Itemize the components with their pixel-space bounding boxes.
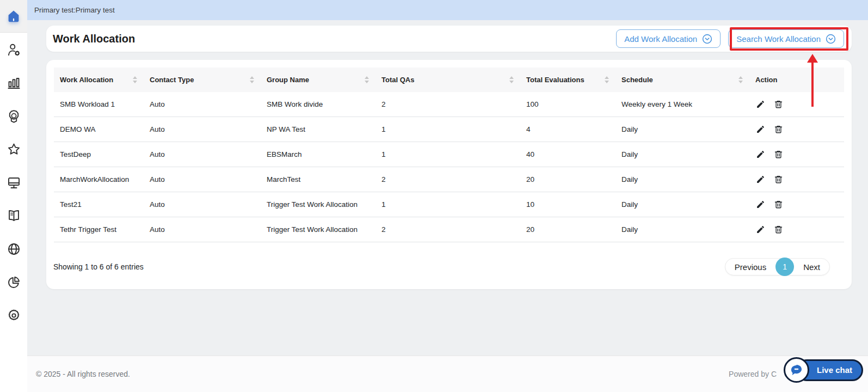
page-header-card: Work Allocation Add Work Allocation Sear… <box>46 26 852 52</box>
sidebar-item-library[interactable] <box>6 208 21 223</box>
sidebar-item-user-management[interactable] <box>6 42 21 57</box>
cell-total-qas: 2 <box>375 92 520 117</box>
column-header-group-name: Group Name <box>267 76 309 84</box>
delete-button[interactable] <box>773 225 783 235</box>
cell-group-name: SMB Work divide <box>261 92 375 117</box>
delete-button[interactable] <box>773 150 783 160</box>
sidebar-item-reports[interactable] <box>6 75 21 90</box>
user-settings-icon <box>7 42 21 57</box>
book-icon <box>7 209 21 223</box>
cell-contact-type: Auto <box>144 217 261 242</box>
footer: © 2025 - All rights reserved. Powered by… <box>27 356 868 392</box>
cell-contact-type: Auto <box>144 167 261 192</box>
trash-icon <box>774 200 783 209</box>
pagination: Previous 1 Next <box>725 258 830 275</box>
pencil-icon <box>756 200 765 209</box>
row-actions <box>755 142 844 167</box>
cell-total-evaluations: 100 <box>520 92 615 117</box>
cell-total-evaluations: 20 <box>520 217 615 242</box>
search-work-allocation-button[interactable]: Search Work Allocation <box>728 29 844 48</box>
app-root: Primary test:Primary test Work Allocatio… <box>0 0 868 392</box>
live-chat-label: Live chat <box>817 365 852 375</box>
page-title: Work Allocation <box>53 33 135 45</box>
edit-button[interactable] <box>755 225 765 235</box>
cell-group-name: MarchTest <box>261 167 375 192</box>
column-header-total-evaluations: Total Evaluations <box>526 76 584 84</box>
sort-icon[interactable] <box>365 76 369 83</box>
star-icon <box>7 142 21 157</box>
sidebar-item-analytics[interactable] <box>6 274 21 290</box>
topbar: Primary test:Primary test <box>27 0 868 20</box>
sidebar-item-global[interactable] <box>6 241 21 256</box>
cell-total-qas: 1 <box>375 117 520 142</box>
table-row: Tethr Trigger Test Auto Trigger Test Wor… <box>54 217 844 242</box>
table-row: DEMO WA Auto NP WA Test 1 4 Daily <box>54 117 844 142</box>
cell-group-name: Trigger Test Work Allocation <box>261 192 375 217</box>
search-work-allocation-label: Search Work Allocation <box>736 34 821 44</box>
cell-schedule: Daily <box>615 167 749 192</box>
table-row: MarchWorkAllocation Auto MarchTest 2 20 … <box>54 167 844 192</box>
live-chat-widget[interactable]: Live chat <box>784 357 863 383</box>
gear-icon <box>7 308 21 323</box>
delete-button[interactable] <box>773 125 783 134</box>
sort-icon[interactable] <box>605 76 609 83</box>
pencil-icon <box>756 125 765 134</box>
copyright-text: © 2025 - All rights reserved. <box>36 370 130 378</box>
row-actions <box>755 192 844 217</box>
cell-contact-type: Auto <box>144 142 261 167</box>
sidebar-item-favorites[interactable] <box>6 142 21 157</box>
work-allocation-table: Work Allocation Contact Type Group Name … <box>54 68 844 242</box>
sidebar-home-section <box>0 0 27 33</box>
header-actions: Add Work Allocation Search Work Allocati… <box>616 29 844 48</box>
column-header-schedule: Schedule <box>621 76 653 84</box>
edit-button[interactable] <box>755 175 765 185</box>
monitor-icon <box>7 175 21 190</box>
sidebar-item-workstation[interactable] <box>6 175 21 190</box>
edit-button[interactable] <box>755 200 765 210</box>
sort-icon[interactable] <box>509 76 514 83</box>
cell-group-name: EBSMarch <box>261 142 375 167</box>
globe-icon <box>7 242 21 256</box>
cell-schedule: Daily <box>615 117 749 142</box>
pencil-icon <box>756 225 765 234</box>
cell-work-allocation: MarchWorkAllocation <box>54 167 144 192</box>
cell-work-allocation: DEMO WA <box>54 117 144 142</box>
sidebar-item-home[interactable] <box>4 8 23 25</box>
add-work-allocation-button[interactable]: Add Work Allocation <box>616 29 721 48</box>
current-page-button[interactable]: 1 <box>775 258 794 276</box>
edit-button[interactable] <box>755 150 765 160</box>
cell-group-name: NP WA Test <box>261 117 375 142</box>
table-header-row: Work Allocation Contact Type Group Name … <box>54 68 844 92</box>
sidebar-item-settings[interactable] <box>6 308 21 323</box>
column-header-total-qas: Total QAs <box>381 76 414 84</box>
cell-contact-type: Auto <box>144 92 261 117</box>
edit-button[interactable] <box>755 125 765 134</box>
quality-badge-icon <box>7 109 21 124</box>
entries-summary: Showing 1 to 6 of 6 entries <box>53 262 144 271</box>
sidebar-item-quality[interactable] <box>6 108 21 124</box>
trash-icon <box>774 125 783 134</box>
column-header-work-allocation: Work Allocation <box>60 76 113 84</box>
cell-total-qas: 2 <box>375 217 520 242</box>
powered-by-text: Powered by C <box>729 370 777 378</box>
previous-page-button[interactable]: Previous <box>725 262 775 272</box>
delete-button[interactable] <box>773 175 783 185</box>
cell-schedule: Weekly every 1 Week <box>615 92 749 117</box>
trash-icon <box>774 100 783 109</box>
sort-icon[interactable] <box>133 76 137 83</box>
sort-icon[interactable] <box>738 76 743 83</box>
cell-total-evaluations: 40 <box>520 142 615 167</box>
delete-button[interactable] <box>773 100 783 109</box>
trash-icon <box>774 150 783 159</box>
edit-button[interactable] <box>755 100 765 109</box>
pencil-icon <box>756 150 765 159</box>
next-page-button[interactable]: Next <box>794 262 829 272</box>
cell-schedule: Daily <box>615 142 749 167</box>
sort-icon[interactable] <box>250 76 254 83</box>
cell-total-qas: 1 <box>375 142 520 167</box>
pie-chart-icon <box>7 275 21 290</box>
cell-total-qas: 2 <box>375 167 520 192</box>
row-actions <box>755 217 844 242</box>
trash-icon <box>774 225 783 234</box>
delete-button[interactable] <box>773 200 783 210</box>
